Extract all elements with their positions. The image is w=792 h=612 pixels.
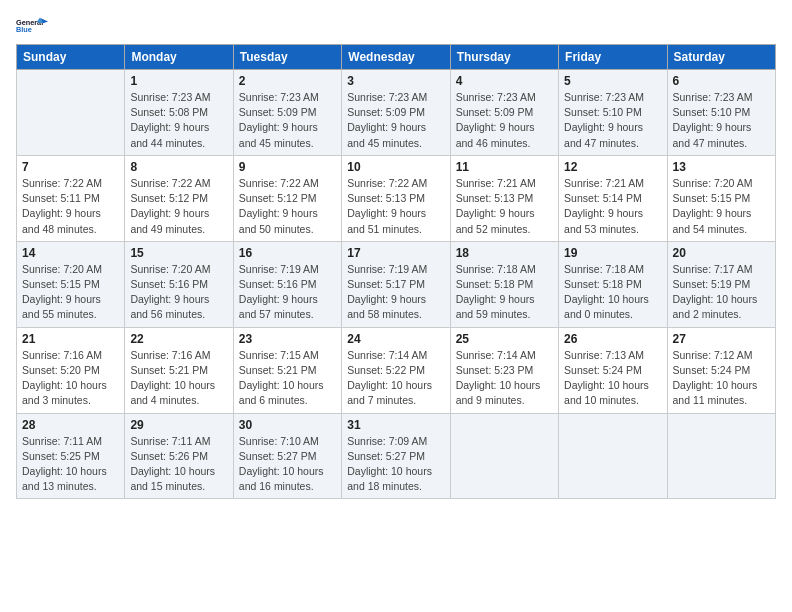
general-blue-logo-icon: General Blue <box>16 16 48 36</box>
calendar-cell: 24Sunrise: 7:14 AMSunset: 5:22 PMDayligh… <box>342 327 450 413</box>
day-info: Sunrise: 7:17 AMSunset: 5:19 PMDaylight:… <box>673 262 770 323</box>
day-info: Sunrise: 7:23 AMSunset: 5:08 PMDaylight:… <box>130 90 227 151</box>
day-info: Sunrise: 7:09 AMSunset: 5:27 PMDaylight:… <box>347 434 444 495</box>
calendar-cell: 6Sunrise: 7:23 AMSunset: 5:10 PMDaylight… <box>667 70 775 156</box>
day-number: 10 <box>347 160 444 174</box>
day-info: Sunrise: 7:23 AMSunset: 5:09 PMDaylight:… <box>239 90 336 151</box>
day-number: 19 <box>564 246 661 260</box>
calendar-cell: 10Sunrise: 7:22 AMSunset: 5:13 PMDayligh… <box>342 155 450 241</box>
day-info: Sunrise: 7:16 AMSunset: 5:21 PMDaylight:… <box>130 348 227 409</box>
day-info: Sunrise: 7:22 AMSunset: 5:11 PMDaylight:… <box>22 176 119 237</box>
calendar-cell: 5Sunrise: 7:23 AMSunset: 5:10 PMDaylight… <box>559 70 667 156</box>
day-number: 14 <box>22 246 119 260</box>
day-number: 28 <box>22 418 119 432</box>
day-number: 8 <box>130 160 227 174</box>
calendar-cell: 28Sunrise: 7:11 AMSunset: 5:25 PMDayligh… <box>17 413 125 499</box>
calendar-cell: 25Sunrise: 7:14 AMSunset: 5:23 PMDayligh… <box>450 327 558 413</box>
calendar-cell: 27Sunrise: 7:12 AMSunset: 5:24 PMDayligh… <box>667 327 775 413</box>
calendar-cell: 2Sunrise: 7:23 AMSunset: 5:09 PMDaylight… <box>233 70 341 156</box>
calendar-cell: 26Sunrise: 7:13 AMSunset: 5:24 PMDayligh… <box>559 327 667 413</box>
day-number: 2 <box>239 74 336 88</box>
calendar-cell: 15Sunrise: 7:20 AMSunset: 5:16 PMDayligh… <box>125 241 233 327</box>
day-number: 23 <box>239 332 336 346</box>
day-number: 15 <box>130 246 227 260</box>
calendar-cell: 8Sunrise: 7:22 AMSunset: 5:12 PMDaylight… <box>125 155 233 241</box>
calendar-cell: 1Sunrise: 7:23 AMSunset: 5:08 PMDaylight… <box>125 70 233 156</box>
calendar-cell: 3Sunrise: 7:23 AMSunset: 5:09 PMDaylight… <box>342 70 450 156</box>
day-number: 5 <box>564 74 661 88</box>
day-number: 4 <box>456 74 553 88</box>
calendar-cell <box>667 413 775 499</box>
column-header-saturday: Saturday <box>667 45 775 70</box>
day-info: Sunrise: 7:19 AMSunset: 5:16 PMDaylight:… <box>239 262 336 323</box>
calendar-cell: 4Sunrise: 7:23 AMSunset: 5:09 PMDaylight… <box>450 70 558 156</box>
svg-text:Blue: Blue <box>16 25 32 34</box>
column-header-wednesday: Wednesday <box>342 45 450 70</box>
day-info: Sunrise: 7:20 AMSunset: 5:15 PMDaylight:… <box>673 176 770 237</box>
day-number: 30 <box>239 418 336 432</box>
day-info: Sunrise: 7:11 AMSunset: 5:25 PMDaylight:… <box>22 434 119 495</box>
calendar-cell: 12Sunrise: 7:21 AMSunset: 5:14 PMDayligh… <box>559 155 667 241</box>
day-info: Sunrise: 7:19 AMSunset: 5:17 PMDaylight:… <box>347 262 444 323</box>
day-info: Sunrise: 7:10 AMSunset: 5:27 PMDaylight:… <box>239 434 336 495</box>
day-number: 7 <box>22 160 119 174</box>
calendar-cell: 16Sunrise: 7:19 AMSunset: 5:16 PMDayligh… <box>233 241 341 327</box>
day-info: Sunrise: 7:23 AMSunset: 5:10 PMDaylight:… <box>673 90 770 151</box>
day-number: 13 <box>673 160 770 174</box>
day-info: Sunrise: 7:21 AMSunset: 5:13 PMDaylight:… <box>456 176 553 237</box>
calendar-cell: 23Sunrise: 7:15 AMSunset: 5:21 PMDayligh… <box>233 327 341 413</box>
calendar-cell: 29Sunrise: 7:11 AMSunset: 5:26 PMDayligh… <box>125 413 233 499</box>
day-info: Sunrise: 7:12 AMSunset: 5:24 PMDaylight:… <box>673 348 770 409</box>
day-info: Sunrise: 7:22 AMSunset: 5:12 PMDaylight:… <box>130 176 227 237</box>
calendar-cell: 31Sunrise: 7:09 AMSunset: 5:27 PMDayligh… <box>342 413 450 499</box>
day-number: 21 <box>22 332 119 346</box>
day-info: Sunrise: 7:22 AMSunset: 5:12 PMDaylight:… <box>239 176 336 237</box>
day-info: Sunrise: 7:20 AMSunset: 5:16 PMDaylight:… <box>130 262 227 323</box>
day-info: Sunrise: 7:16 AMSunset: 5:20 PMDaylight:… <box>22 348 119 409</box>
day-number: 26 <box>564 332 661 346</box>
day-number: 31 <box>347 418 444 432</box>
day-info: Sunrise: 7:13 AMSunset: 5:24 PMDaylight:… <box>564 348 661 409</box>
calendar-cell: 13Sunrise: 7:20 AMSunset: 5:15 PMDayligh… <box>667 155 775 241</box>
day-number: 12 <box>564 160 661 174</box>
calendar-cell: 9Sunrise: 7:22 AMSunset: 5:12 PMDaylight… <box>233 155 341 241</box>
day-number: 27 <box>673 332 770 346</box>
day-info: Sunrise: 7:18 AMSunset: 5:18 PMDaylight:… <box>456 262 553 323</box>
calendar-cell: 21Sunrise: 7:16 AMSunset: 5:20 PMDayligh… <box>17 327 125 413</box>
day-number: 22 <box>130 332 227 346</box>
calendar-table: SundayMondayTuesdayWednesdayThursdayFrid… <box>16 44 776 499</box>
day-number: 16 <box>239 246 336 260</box>
day-info: Sunrise: 7:20 AMSunset: 5:15 PMDaylight:… <box>22 262 119 323</box>
day-number: 18 <box>456 246 553 260</box>
day-info: Sunrise: 7:11 AMSunset: 5:26 PMDaylight:… <box>130 434 227 495</box>
column-header-tuesday: Tuesday <box>233 45 341 70</box>
day-number: 6 <box>673 74 770 88</box>
calendar-cell: 30Sunrise: 7:10 AMSunset: 5:27 PMDayligh… <box>233 413 341 499</box>
day-number: 11 <box>456 160 553 174</box>
day-info: Sunrise: 7:15 AMSunset: 5:21 PMDaylight:… <box>239 348 336 409</box>
day-info: Sunrise: 7:23 AMSunset: 5:09 PMDaylight:… <box>347 90 444 151</box>
calendar-cell: 19Sunrise: 7:18 AMSunset: 5:18 PMDayligh… <box>559 241 667 327</box>
day-number: 1 <box>130 74 227 88</box>
day-info: Sunrise: 7:21 AMSunset: 5:14 PMDaylight:… <box>564 176 661 237</box>
logo: General Blue <box>16 16 48 36</box>
day-number: 3 <box>347 74 444 88</box>
day-info: Sunrise: 7:23 AMSunset: 5:10 PMDaylight:… <box>564 90 661 151</box>
calendar-cell: 11Sunrise: 7:21 AMSunset: 5:13 PMDayligh… <box>450 155 558 241</box>
day-number: 9 <box>239 160 336 174</box>
day-info: Sunrise: 7:14 AMSunset: 5:23 PMDaylight:… <box>456 348 553 409</box>
day-number: 17 <box>347 246 444 260</box>
day-info: Sunrise: 7:18 AMSunset: 5:18 PMDaylight:… <box>564 262 661 323</box>
calendar-cell <box>450 413 558 499</box>
calendar-cell: 7Sunrise: 7:22 AMSunset: 5:11 PMDaylight… <box>17 155 125 241</box>
calendar-cell: 20Sunrise: 7:17 AMSunset: 5:19 PMDayligh… <box>667 241 775 327</box>
column-header-friday: Friday <box>559 45 667 70</box>
day-info: Sunrise: 7:14 AMSunset: 5:22 PMDaylight:… <box>347 348 444 409</box>
calendar-cell: 17Sunrise: 7:19 AMSunset: 5:17 PMDayligh… <box>342 241 450 327</box>
day-number: 24 <box>347 332 444 346</box>
calendar-cell: 14Sunrise: 7:20 AMSunset: 5:15 PMDayligh… <box>17 241 125 327</box>
day-number: 25 <box>456 332 553 346</box>
calendar-cell: 18Sunrise: 7:18 AMSunset: 5:18 PMDayligh… <box>450 241 558 327</box>
day-info: Sunrise: 7:23 AMSunset: 5:09 PMDaylight:… <box>456 90 553 151</box>
column-header-thursday: Thursday <box>450 45 558 70</box>
